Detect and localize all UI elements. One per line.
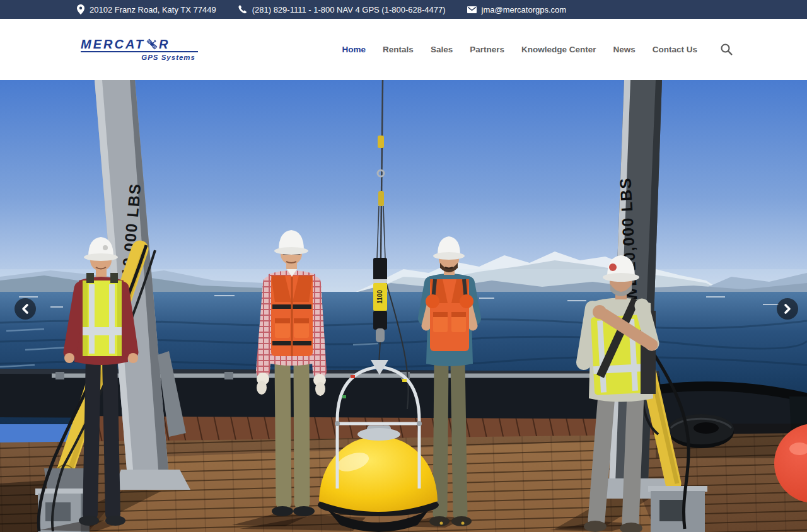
nav-item-partners[interactable]: Partners [470, 45, 504, 54]
logo-text-right: R [159, 38, 170, 50]
logo-wordmark: MERCAT R [81, 38, 198, 50]
chevron-right-icon [782, 303, 792, 315]
nav-item-rentals[interactable]: Rentals [383, 45, 414, 54]
carousel-prev-button[interactable] [15, 298, 36, 320]
satellite-icon [146, 38, 158, 50]
logo-underline [81, 51, 198, 52]
location-pin-icon [77, 4, 84, 14]
logo-text-left: MERCAT [81, 38, 145, 50]
topbar-phone[interactable]: (281) 829-1111 - 1-800 NAV 4 GPS (1-800-… [238, 5, 446, 14]
carousel-next-button[interactable] [777, 298, 798, 320]
instrument-label: 1100 [376, 290, 383, 304]
nav-item-news[interactable]: News [613, 45, 635, 54]
topbar: 20102 Franz Road, Katy TX 77449 (281) 82… [0, 0, 807, 19]
search-icon [721, 43, 733, 55]
nav-item-knowledge-center[interactable]: Knowledge Center [521, 45, 596, 54]
logo-subtitle: GPS Systems [141, 54, 198, 61]
nav-item-sales[interactable]: Sales [431, 45, 453, 54]
logo[interactable]: MERCAT R GPS Systems [81, 38, 198, 61]
chevron-left-icon [20, 303, 30, 315]
nav-item-home[interactable]: Home [342, 45, 366, 54]
topbar-email[interactable]: jma@mercatorgps.com [467, 5, 567, 14]
nav-item-contact-us[interactable]: Contact Us [653, 45, 697, 54]
site-header: MERCAT R GPS Systems Home Rentals Sales … [0, 19, 807, 80]
hero-slider: SWL 10,000 LBS SWL 10,000 LBS [0, 80, 807, 532]
topbar-phone-text: (281) 829-1111 - 1-800 NAV 4 GPS (1-800-… [252, 5, 446, 14]
topbar-address: 20102 Franz Road, Katy TX 77449 [77, 4, 216, 14]
main-nav: Home Rentals Sales Partners Knowledge Ce… [342, 43, 733, 55]
phone-icon [238, 5, 247, 14]
search-button[interactable] [721, 43, 733, 55]
topbar-email-text: jma@mercatorgps.com [482, 5, 567, 14]
topbar-address-text: 20102 Franz Road, Katy TX 77449 [90, 5, 216, 14]
hero-photo: SWL 10,000 LBS SWL 10,000 LBS [0, 80, 807, 532]
envelope-icon [467, 6, 477, 13]
